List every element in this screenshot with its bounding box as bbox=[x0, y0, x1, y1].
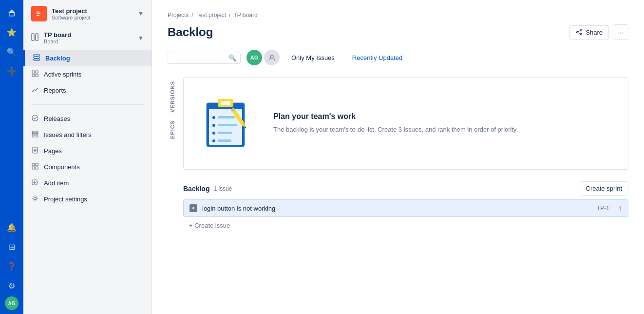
page-header: Backlog Share ··· bbox=[168, 24, 628, 40]
search-input[interactable] bbox=[172, 54, 226, 61]
svg-rect-0 bbox=[9, 13, 15, 16]
settings-icon[interactable]: ⚙ bbox=[3, 277, 20, 294]
star-icon[interactable]: ⭐ bbox=[3, 23, 20, 41]
versions-tab[interactable]: VERSIONS bbox=[168, 77, 179, 117]
svg-rect-6 bbox=[34, 59, 39, 60]
issue-title: login button is not working bbox=[202, 205, 592, 212]
sidebar-nav: Backlog Active sprints Reports bbox=[23, 48, 152, 100]
svg-line-31 bbox=[578, 31, 581, 32]
svg-rect-3 bbox=[36, 34, 38, 40]
active-sprints-label: Active sprints bbox=[44, 71, 81, 78]
svg-point-29 bbox=[581, 34, 582, 35]
svg-rect-12 bbox=[32, 131, 38, 133]
svg-rect-20 bbox=[36, 163, 38, 166]
share-icon bbox=[576, 29, 583, 36]
breadcrumb-tp-board[interactable]: TP board bbox=[233, 12, 257, 19]
help-icon[interactable]: ❓ bbox=[3, 257, 20, 275]
sidebar-item-components[interactable]: Components bbox=[23, 159, 152, 175]
breadcrumb-test-project[interactable]: Test project bbox=[196, 12, 226, 19]
search-icon[interactable]: 🔍 bbox=[3, 43, 20, 60]
svg-line-32 bbox=[578, 33, 581, 34]
table-row[interactable]: login button is not working TP-1 ↑ bbox=[183, 199, 628, 217]
add-item-icon bbox=[31, 179, 39, 187]
main: Projects / Test project / TP board Backl… bbox=[152, 0, 644, 314]
reports-label: Reports bbox=[44, 87, 66, 94]
board-chevron-icon: ▼ bbox=[138, 35, 144, 41]
my-avatar[interactable]: AG bbox=[246, 50, 262, 65]
sidebar-section: Releases Issues and filters Pages Compon… bbox=[23, 109, 152, 209]
sidebar-item-project-settings[interactable]: Project settings bbox=[23, 191, 152, 207]
breadcrumb-projects[interactable]: Projects bbox=[168, 12, 189, 19]
breadcrumb-sep-2: / bbox=[229, 12, 230, 19]
user-avatar[interactable]: AG bbox=[5, 296, 19, 310]
svg-rect-10 bbox=[36, 74, 38, 77]
main-content: Projects / Test project / TP board Backl… bbox=[152, 0, 644, 314]
project-info: Test project Software project bbox=[52, 7, 133, 20]
apps-icon[interactable]: ⊞ bbox=[3, 238, 20, 255]
breadcrumb: Projects / Test project / TP board bbox=[168, 12, 628, 19]
share-button[interactable]: Share bbox=[569, 25, 609, 39]
bell-icon[interactable]: 🔔 bbox=[3, 218, 20, 236]
home-icon[interactable] bbox=[3, 4, 20, 21]
recently-updated-button[interactable]: Recently Updated bbox=[346, 51, 408, 64]
project-name: Test project bbox=[52, 7, 133, 15]
plus-icon[interactable]: ➕ bbox=[3, 62, 20, 80]
svg-rect-13 bbox=[32, 134, 38, 135]
sidebar-item-pages[interactable]: Pages bbox=[23, 143, 152, 159]
svg-rect-19 bbox=[32, 163, 35, 166]
board-info: TP board Board bbox=[44, 31, 133, 44]
board-section[interactable]: TP board Board ▼ bbox=[23, 27, 152, 48]
sidebar-item-add-item[interactable]: Add item bbox=[23, 175, 152, 191]
onboarding-body: The backlog is your team's to-do list. C… bbox=[273, 125, 518, 135]
project-settings-label: Project settings bbox=[44, 196, 87, 203]
project-type: Software project bbox=[52, 15, 133, 20]
backlog-area: Plan your team's work The backlog is you… bbox=[183, 77, 628, 232]
breadcrumb-sep-1: / bbox=[191, 12, 193, 19]
project-header[interactable]: Test project Software project ▼ bbox=[23, 0, 152, 27]
svg-point-42 bbox=[212, 132, 215, 135]
only-my-issues-button[interactable]: Only My Issues bbox=[285, 51, 341, 64]
content-area: VERSIONS EPICS bbox=[168, 77, 628, 232]
svg-rect-37 bbox=[221, 101, 230, 105]
svg-rect-45 bbox=[218, 139, 231, 142]
board-sub: Board bbox=[44, 39, 133, 44]
project-chevron-icon: ▼ bbox=[138, 10, 144, 17]
pages-label: Pages bbox=[44, 147, 62, 155]
side-tabs: VERSIONS EPICS bbox=[168, 77, 179, 232]
page-actions: Share ··· bbox=[569, 24, 628, 40]
svg-point-51 bbox=[192, 207, 194, 209]
sidebar-divider bbox=[31, 104, 144, 105]
create-issue-link[interactable]: + Create issue bbox=[183, 219, 628, 232]
create-sprint-button[interactable]: Create sprint bbox=[580, 181, 628, 196]
sidebar-item-reports[interactable]: Reports bbox=[23, 82, 152, 98]
issue-type-icon bbox=[189, 204, 197, 212]
backlog-header: Backlog 1 issue Create sprint bbox=[183, 181, 628, 196]
search-box: 🔍 bbox=[168, 52, 241, 64]
sidebar-item-releases[interactable]: Releases bbox=[23, 111, 152, 127]
icon-bar: ⭐ 🔍 ➕ 🔔 ⊞ ❓ ⚙ AG bbox=[0, 0, 23, 314]
active-sprints-icon bbox=[31, 70, 39, 78]
svg-rect-4 bbox=[34, 55, 39, 56]
epics-tab[interactable]: EPICS bbox=[168, 117, 179, 143]
svg-rect-41 bbox=[218, 124, 237, 126]
project-settings-icon bbox=[31, 195, 39, 203]
svg-rect-39 bbox=[218, 116, 235, 118]
filter-bar: 🔍 AG Only My Issues Recently Updated bbox=[168, 50, 628, 65]
reports-icon bbox=[31, 86, 39, 95]
share-label: Share bbox=[586, 29, 603, 36]
sidebar-item-issues-filters[interactable]: Issues and filters bbox=[23, 127, 152, 143]
sidebar: Test project Software project ▼ TP board… bbox=[23, 0, 152, 314]
backlog-title-text: Backlog bbox=[183, 185, 209, 193]
sidebar-item-backlog[interactable]: Backlog bbox=[23, 50, 152, 66]
components-label: Components bbox=[44, 163, 80, 171]
svg-point-44 bbox=[212, 139, 215, 142]
board-icon bbox=[31, 33, 39, 42]
svg-rect-5 bbox=[34, 57, 39, 59]
other-avatar[interactable] bbox=[264, 50, 280, 65]
svg-rect-2 bbox=[32, 34, 34, 40]
svg-rect-22 bbox=[36, 167, 38, 169]
releases-label: Releases bbox=[44, 115, 70, 122]
sidebar-item-active-sprints[interactable]: Active sprints bbox=[23, 66, 152, 82]
more-button[interactable]: ··· bbox=[613, 24, 628, 40]
components-icon bbox=[31, 163, 39, 171]
